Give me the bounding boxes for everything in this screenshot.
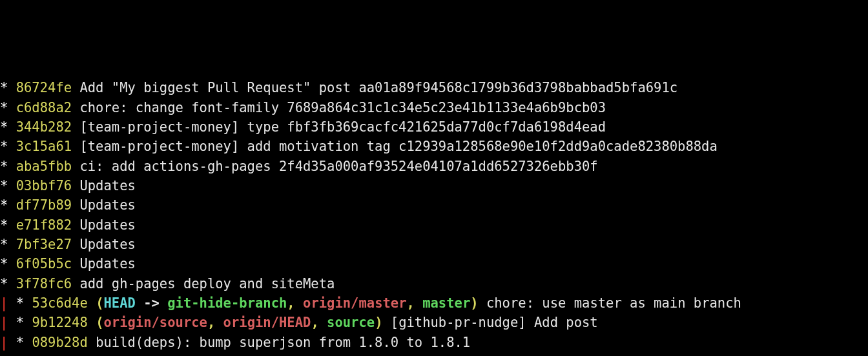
- space: [88, 315, 96, 330]
- space: [72, 217, 79, 233]
- graph-column: *: [0, 139, 16, 154]
- commit-message: Add "My biggest Pull Request" post aa01a…: [79, 80, 677, 95]
- commit-row: * 3c15a61 [team-project-money] add motiv…: [0, 137, 868, 156]
- commit-row: * df77b89 Updates: [0, 195, 868, 215]
- git-log-output: * 86724fe Add "My biggest Pull Request" …: [0, 78, 868, 356]
- commit-row: * 344b282 [team-project-money] type fbf3…: [0, 117, 868, 137]
- commit-message: Updates: [79, 256, 135, 272]
- commit-hash: 6f05b5c: [16, 256, 72, 272]
- ref-name: origin/source: [103, 315, 207, 330]
- graph-column: *: [0, 159, 16, 174]
- commit-message: [team-project-money] type fbf3fb369cacfc…: [79, 119, 606, 135]
- space: [88, 295, 96, 311]
- space: [382, 315, 390, 330]
- graph-column-left: |: [0, 295, 8, 311]
- graph-column: *: [0, 276, 16, 292]
- commit-message: Updates: [79, 197, 135, 213]
- graph-column: *: [0, 119, 16, 135]
- graph-column: *: [0, 178, 16, 193]
- ref-name: ,: [311, 315, 327, 330]
- ref-name: master: [422, 295, 470, 311]
- commit-message: Updates: [79, 217, 135, 233]
- commit-message: [team-project-money] add motivation tag …: [79, 139, 717, 154]
- space: [72, 256, 79, 272]
- commit-row: | * 53c6d4e (HEAD -> git-hide-branch, or…: [0, 293, 868, 313]
- commit-hash: 089b28d: [32, 335, 87, 350]
- commit-hash: 7bf3e27: [16, 237, 72, 252]
- commit-hash: c6d88a2: [16, 100, 72, 115]
- commit-row: * 7bf3e27 Updates: [0, 235, 868, 254]
- space: [72, 80, 79, 95]
- graph-column: *: [0, 256, 16, 272]
- commit-row: * 86724fe Add "My biggest Pull Request" …: [0, 78, 868, 97]
- graph-column-left: |: [0, 315, 8, 330]
- commit-message: Updates: [79, 178, 135, 193]
- graph-column-right: *: [8, 295, 32, 311]
- space: [72, 197, 79, 213]
- ref-name: ,: [407, 295, 423, 311]
- space: [72, 178, 79, 193]
- ref-name: ,: [207, 315, 223, 330]
- ref-name: source: [327, 315, 375, 330]
- refs-open-paren: (: [96, 315, 103, 330]
- graph-column-right: *: [8, 335, 32, 350]
- commit-row: * aba5fbb ci: add actions-gh-pages 2f4d3…: [0, 157, 868, 176]
- ref-name: origin/HEAD: [223, 315, 311, 330]
- refs-close-paren: ): [470, 295, 478, 311]
- commit-hash: 3f78fc6: [16, 276, 72, 292]
- space: [72, 100, 79, 115]
- commit-hash: 53c6d4e: [32, 295, 87, 311]
- space: [72, 276, 79, 292]
- commit-hash: 03bbf76: [16, 178, 72, 193]
- commit-hash: 9b12248: [32, 315, 87, 330]
- commit-message: ci: add actions-gh-pages 2f4d35a000af935…: [79, 159, 597, 174]
- commit-row: * c6d88a2 chore: change font-family 7689…: [0, 98, 868, 117]
- space: [479, 295, 486, 311]
- refs-open-paren: (: [96, 295, 103, 311]
- ref-name: ->: [143, 295, 167, 311]
- commit-hash: e71f882: [16, 217, 72, 233]
- refs-close-paren: ): [375, 315, 382, 330]
- graph-column-left: |: [0, 335, 8, 350]
- graph-column-right: *: [8, 315, 32, 330]
- commit-message: [github-pr-nudge] Add post: [391, 315, 598, 330]
- space: [72, 119, 79, 135]
- commit-hash: 86724fe: [16, 80, 72, 95]
- commit-message: chore: use master as main branch: [486, 295, 741, 311]
- graph-column: *: [0, 80, 16, 95]
- ref-name: ,: [287, 295, 303, 311]
- commit-hash: df77b89: [16, 197, 72, 213]
- ref-name: origin/master: [303, 295, 406, 311]
- space: [72, 237, 79, 252]
- commit-row: * 3f78fc6 add gh-pages deploy and siteMe…: [0, 274, 868, 293]
- commit-row: | * 361b375 chore: typo: [0, 352, 868, 356]
- graph-column: *: [0, 217, 16, 233]
- ref-name: git-hide-branch: [167, 295, 287, 311]
- commit-message: chore: change font-family 7689a864c31c1c…: [79, 100, 606, 115]
- commit-row: * 6f05b5c Updates: [0, 254, 868, 273]
- commit-hash: aba5fbb: [16, 159, 72, 174]
- commit-message: add gh-pages deploy and siteMeta: [79, 276, 335, 292]
- graph-column: *: [0, 100, 16, 115]
- commit-hash: 344b282: [16, 119, 72, 135]
- commit-row: * 03bbf76 Updates: [0, 176, 868, 195]
- space: [88, 335, 96, 350]
- graph-column: *: [0, 237, 16, 252]
- commit-row: * e71f882 Updates: [0, 215, 868, 235]
- commit-message: build(deps): bump superjson from 1.8.0 t…: [96, 335, 470, 350]
- graph-column: *: [0, 197, 16, 213]
- commit-row: | * 9b12248 (origin/source, origin/HEAD,…: [0, 313, 868, 332]
- commit-hash: 3c15a61: [16, 139, 72, 154]
- ref-name: HEAD: [103, 295, 143, 311]
- commit-message: Updates: [79, 237, 135, 252]
- space: [72, 159, 79, 174]
- commit-row: | * 089b28d build(deps): bump superjson …: [0, 333, 868, 352]
- space: [72, 139, 79, 154]
